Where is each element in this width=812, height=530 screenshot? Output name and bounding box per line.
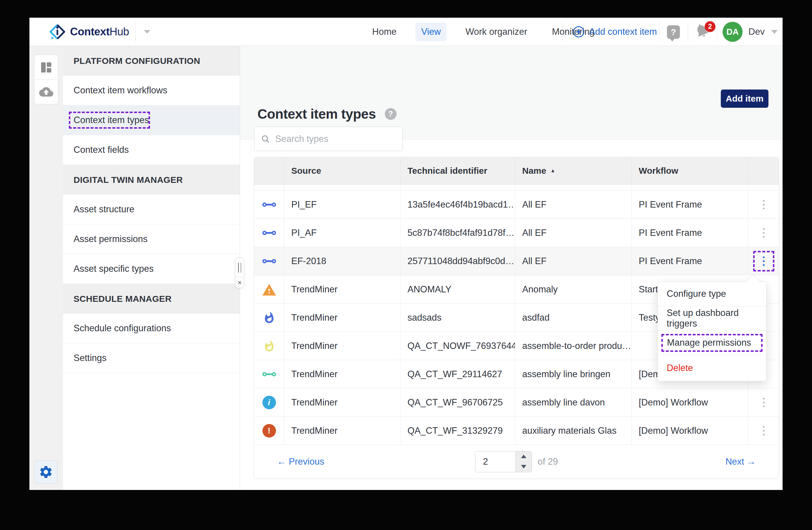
link-icon [262,201,276,208]
page-total-label: of 29 [538,456,558,467]
column-source[interactable]: Source [284,157,401,184]
main-content: Context item types ? Add item Source Tec… [240,46,783,490]
sidebar-item-context-item-workflows[interactable]: Context item workflows [63,76,240,106]
title-help-icon[interactable]: ? [385,108,396,120]
cell-name: auxiliary materials Glas [515,417,632,445]
brand-name: ContextHub [70,26,129,38]
user-avatar[interactable]: DA [723,22,742,42]
notifications-button[interactable]: 2 [694,23,714,42]
page-step-up-button[interactable] [516,451,532,462]
top-navbar: ContextHub Home View Work organizer Moni… [29,18,783,46]
search-icon [261,134,270,144]
cell-source: TrendMiner [284,360,401,388]
cell-name: assembly line bringen [515,360,632,388]
sidebar-item-asset-specific-types[interactable]: Asset specific types [63,254,240,284]
layout-view-button[interactable] [34,55,58,80]
add-item-button[interactable]: Add item [721,89,768,108]
table-row-active[interactable]: EF-2018 257711048dd94abf9c0d… All EF PI … [254,247,779,275]
add-context-item-label: Add context item [589,27,657,37]
menu-item-manage-permissions[interactable]: Manage permissions [658,331,766,355]
cell-name: asdfad [515,304,632,332]
next-page-link[interactable]: Next → [725,456,756,467]
menu-item-label: Manage permissions [667,337,751,348]
tab-view[interactable]: View [416,23,447,41]
cell-source: TrendMiner [284,304,401,332]
sidebar-section-schedule-manager: SCHEDULE MANAGER [63,284,240,313]
table-row[interactable]: i TrendMiner QA_CT_WF_96706725 assembly … [254,388,779,417]
divider [562,22,562,42]
warning-triangle-icon [262,283,277,296]
search-input[interactable] [275,134,396,144]
link-icon [262,257,276,265]
column-workflow[interactable]: Workflow [632,157,748,184]
cell-name: assembly line davon [515,388,632,416]
drag-grip-icon[interactable] [235,258,244,277]
page-stepper [516,451,532,472]
column-technical-identifier[interactable]: Technical identifier [401,157,515,184]
page-title: Context item types [258,106,376,122]
icon-rail [29,46,63,490]
sort-asc-icon: ▲ [550,168,555,174]
sidebar-item-settings[interactable]: Settings [63,343,240,373]
settings-gear-button[interactable] [34,461,57,484]
plus-circle-icon [573,26,584,38]
cell-name: All EF [515,191,632,219]
menu-item-setup-dashboard-triggers[interactable]: Set up dashboard triggers [658,306,766,331]
tab-home[interactable]: Home [366,23,403,41]
column-icon [254,157,284,184]
row-actions-kebab[interactable] [759,423,769,438]
table-row[interactable]: PI_EF 13a5fe4ec46f4b19bacd1… All EF PI E… [254,191,779,219]
add-context-item-button[interactable]: Add context item [573,18,657,46]
table-row[interactable]: ! TrendMiner QA_CT_WF_31329279 auxiliary… [254,417,779,445]
cell-workflow: PI Event Frame [632,219,748,247]
row-actions-kebab[interactable] [759,395,769,410]
page-number-input[interactable] [476,451,516,472]
page-step-down-button[interactable] [516,462,532,472]
cell-workflow: [Demo] Workflow [632,388,748,416]
contexthub-logo-icon [49,24,65,40]
sidebar-item-schedule-configurations[interactable]: Schedule configurations [63,313,240,343]
cell-source: TrendMiner [284,388,401,416]
page-header-band [240,46,783,140]
cell-technical-identifier: QA_CT_WF_29114627 [401,360,515,388]
row-actions-kebab-open[interactable] [759,253,769,269]
column-name-sorted[interactable]: Name▲ [515,157,632,184]
table-row[interactable]: PI_AF 5c87b74f8bcf4faf91d78f… All EF PI … [254,219,779,247]
row-actions-kebab[interactable] [759,197,769,212]
sidebar-item-asset-structure[interactable]: Asset structure [63,195,240,224]
divider [717,22,717,42]
table-header-row: Source Technical identifier Name▲ Workfl… [254,157,779,185]
user-menu[interactable]: Dev [749,18,778,46]
flame-icon [263,339,276,352]
sidebar-item-context-fields[interactable]: Context fields [63,135,240,165]
sidebar-item-asset-permissions[interactable]: Asset permissions [63,224,240,254]
focus-ring [69,112,150,129]
user-name-label: Dev [749,27,765,37]
sidebar-resize-handle[interactable]: × [235,257,244,288]
layout-grid-icon [40,61,53,74]
pagination: ← Previous of 29 Next → [254,445,779,478]
cell-technical-identifier: QA_CT_NOWF_76937644 [401,332,515,360]
cell-source: TrendMiner [284,417,401,445]
partial-row [254,185,779,191]
user-chevron-down-icon [771,30,778,34]
previous-page-link[interactable]: ← Previous [277,456,324,467]
brand-chevron-down-icon[interactable] [144,30,150,33]
cell-name: All EF [515,247,632,275]
info-circle-icon: i [262,396,276,409]
notification-count-badge: 2 [705,21,715,32]
row-actions-kebab[interactable] [759,225,769,240]
arrow-up-icon [521,455,526,458]
tab-work-organizer[interactable]: Work organizer [460,23,533,41]
arrow-down-icon [521,465,526,469]
collapse-sidebar-button[interactable]: × [235,277,244,288]
divider [688,22,688,42]
upload-button[interactable] [34,80,58,104]
cell-workflow: PI Event Frame [632,191,748,219]
help-icon[interactable]: ? [667,25,680,39]
cell-name: All EF [515,219,632,247]
menu-item-delete[interactable]: Delete [658,355,766,381]
cell-source: PI_EF [284,191,401,219]
sidebar-item-context-item-types[interactable]: Context item types [63,106,240,135]
cell-technical-identifier: 13a5fe4ec46f4b19bacd1… [401,191,515,219]
